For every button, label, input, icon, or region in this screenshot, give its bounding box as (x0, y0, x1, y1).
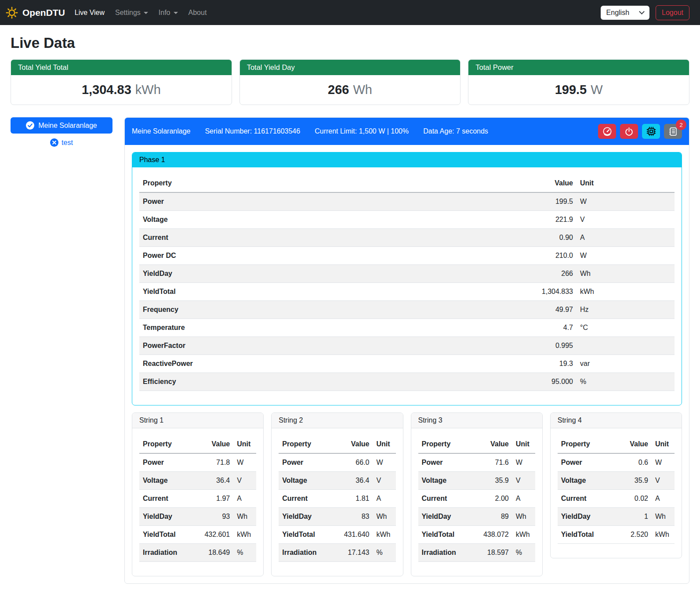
table-header-row: Property Value Unit (139, 435, 256, 453)
property-cell: Irradiation (418, 544, 471, 562)
unit-cell: W (577, 247, 675, 265)
power-button[interactable] (620, 124, 638, 139)
inverter-label: test (62, 139, 73, 147)
property-cell: Temperature (139, 319, 519, 337)
value-cell: 0.02 (610, 490, 652, 508)
value-cell: 0.6 (610, 453, 652, 472)
property-cell: Current (279, 490, 331, 508)
value-cell: 36.4 (192, 472, 233, 490)
total-power-card: Total Power 199.5W (468, 59, 689, 105)
property-cell: Current (139, 229, 519, 247)
value-cell: 71.8 (192, 453, 233, 472)
table-row: YieldDay93Wh (139, 508, 256, 526)
language-select[interactable]: English (601, 6, 649, 20)
device-info-button[interactable] (642, 124, 660, 139)
property-cell: Efficiency (139, 373, 519, 391)
table-row: Voltage36.4V (139, 472, 256, 490)
unit-cell: Hz (577, 301, 675, 319)
table-row: Current0.02A (558, 490, 675, 508)
page: OpenDTU Live View Settings Info About En… (0, 0, 700, 597)
unit-cell: Wh (233, 508, 256, 526)
check-circle-icon (26, 121, 34, 130)
journal-text-icon (668, 127, 678, 136)
chevron-down-icon (639, 9, 645, 14)
x-circle-icon (50, 138, 58, 147)
unit-cell: A (512, 490, 535, 508)
power-icon (624, 127, 634, 136)
property-cell: Voltage (139, 211, 519, 229)
phase-header: Phase 1 (132, 152, 682, 167)
string-table: Property Value Unit Power71.8WVoltage36.… (139, 435, 256, 562)
string-header: String 4 (551, 413, 682, 428)
string-header: String 2 (272, 413, 403, 428)
table-row: Irradiation17.143% (279, 544, 395, 562)
table-row: Power0.6W (558, 453, 675, 472)
column-value: Value (471, 435, 512, 453)
limit-settings-button[interactable] (598, 124, 616, 139)
table-row: YieldTotal432.601kWh (139, 526, 256, 544)
table-row: Current2.00A (418, 490, 535, 508)
logout-button[interactable]: Logout (656, 5, 689, 20)
property-cell: YieldDay (139, 265, 519, 283)
nav-item-about[interactable]: About (183, 5, 212, 20)
chevron-down-icon (144, 12, 148, 14)
summary-cards: Total Yield Total 1,304.83kWh Total Yiel… (11, 59, 689, 105)
property-cell: YieldDay (418, 508, 471, 526)
property-cell: YieldDay (139, 508, 192, 526)
column-unit: Unit (577, 174, 675, 192)
value-cell: 18.649 (192, 544, 233, 562)
value-cell: 83 (331, 508, 373, 526)
property-cell: Current (139, 490, 192, 508)
inverter-actions: 2 (598, 124, 682, 139)
property-cell: ReactivePower (139, 355, 519, 373)
event-log-button[interactable]: 2 (664, 124, 682, 139)
inverter-label: Meine Solaranlage (38, 122, 97, 130)
property-cell: Voltage (279, 472, 331, 490)
unit-cell: V (373, 472, 396, 490)
card-header: Total Power (468, 60, 689, 75)
property-cell: Current (418, 490, 471, 508)
unit-cell: Wh (652, 508, 675, 526)
event-count-badge: 2 (676, 119, 686, 130)
unit-cell: W (652, 453, 675, 472)
speedometer-icon (602, 127, 612, 136)
brand[interactable]: OpenDTU (5, 6, 65, 19)
column-property: Property (139, 174, 519, 192)
property-cell: Frequency (139, 301, 519, 319)
strings-row: String 1 Property Value Unit (132, 412, 682, 576)
phase-body: Property Value Unit Power199.5WVoltage22… (132, 167, 682, 405)
column-value: Value (519, 174, 577, 192)
nav-item-settings[interactable]: Settings (110, 5, 153, 20)
sidebar-item-meine-solaranlage[interactable]: Meine Solaranlage (11, 117, 112, 134)
table-row: YieldDay1Wh (558, 508, 675, 526)
value-cell: 95.000 (519, 373, 577, 391)
value-cell: 1.81 (331, 490, 373, 508)
card-value: 199.5W (468, 75, 689, 105)
sidebar-item-test[interactable]: test (11, 138, 112, 147)
table-row: Power71.6W (418, 453, 535, 472)
value-cell: 18.597 (471, 544, 512, 562)
nav-item-live-view[interactable]: Live View (69, 5, 110, 20)
unit-cell: W (512, 453, 535, 472)
unit-cell: var (577, 355, 675, 373)
unit-cell: A (373, 490, 396, 508)
card-header: Total Yield Day (240, 60, 461, 75)
value-cell: 71.6 (471, 453, 512, 472)
column-unit: Unit (233, 435, 256, 453)
string-table: Property Value Unit Power71.6WVoltage35.… (418, 435, 535, 562)
unit-cell: kWh (512, 526, 535, 544)
inverter-card-body: Phase 1 Property Value Unit (125, 145, 689, 583)
string-card-1: String 1 Property Value Unit (132, 412, 264, 576)
property-cell: YieldTotal (139, 283, 519, 301)
unit-cell: Wh (373, 508, 396, 526)
column-unit: Unit (512, 435, 535, 453)
value-cell: 49.97 (519, 301, 577, 319)
unit-cell: Wh (577, 265, 675, 283)
property-cell: Power (139, 453, 192, 472)
unit-cell: kWh (233, 526, 256, 544)
table-row: ReactivePower19.3var (139, 355, 675, 373)
value-cell: 66.0 (331, 453, 373, 472)
unit-cell: kWh (577, 283, 675, 301)
nav-item-info[interactable]: Info (153, 5, 183, 20)
table-row: Irradiation18.649% (139, 544, 256, 562)
